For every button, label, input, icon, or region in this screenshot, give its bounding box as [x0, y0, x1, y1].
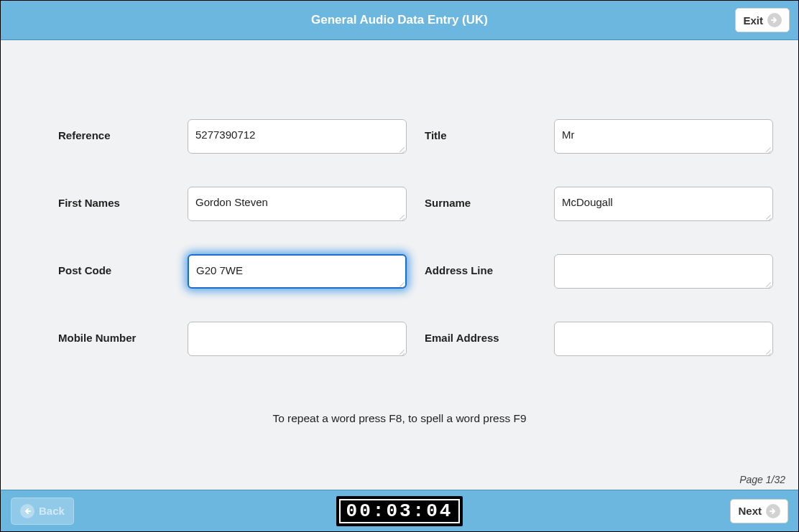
footer-bar: Back 00:03:04 Next [1, 490, 798, 531]
email-address-field[interactable] [554, 322, 773, 356]
arrow-left-icon [20, 504, 34, 518]
address-line-field[interactable] [554, 254, 773, 289]
surname-field[interactable] [554, 187, 773, 221]
exit-button-label: Exit [743, 14, 763, 27]
address-line-label: Address Line [425, 254, 540, 276]
title-field[interactable] [554, 119, 773, 154]
next-button[interactable]: Next [730, 499, 788, 523]
back-button: Back [11, 498, 74, 525]
reference-label: Reference [58, 119, 173, 141]
post-code-field[interactable] [188, 254, 407, 289]
surname-label: Surname [425, 187, 540, 209]
back-button-label: Back [39, 505, 65, 517]
arrow-right-icon [767, 13, 782, 27]
page-title: General Audio Data Entry (UK) [311, 13, 488, 27]
first-names-label: First Names [58, 187, 173, 209]
email-address-label: Email Address [425, 322, 540, 344]
reference-field[interactable] [188, 119, 407, 154]
title-label: Title [425, 119, 540, 141]
post-code-label: Post Code [58, 254, 173, 276]
timer-display: 00:03:04 [336, 496, 463, 526]
first-names-field[interactable] [188, 187, 407, 221]
next-button-label: Next [738, 505, 762, 517]
content-area: Reference Title First Names Surname Post… [1, 40, 798, 490]
app-window: General Audio Data Entry (UK) Exit Refer… [0, 0, 799, 532]
exit-button[interactable]: Exit [735, 8, 790, 32]
mobile-number-field[interactable] [188, 322, 407, 356]
keyboard-hint: To repeat a word press F8, to spell a wo… [1, 412, 798, 425]
form-grid: Reference Title First Names Surname Post… [58, 119, 798, 356]
arrow-right-icon [766, 504, 780, 518]
header-bar: General Audio Data Entry (UK) Exit [1, 1, 798, 40]
mobile-number-label: Mobile Number [58, 322, 173, 344]
page-indicator: Page 1/32 [739, 474, 785, 485]
